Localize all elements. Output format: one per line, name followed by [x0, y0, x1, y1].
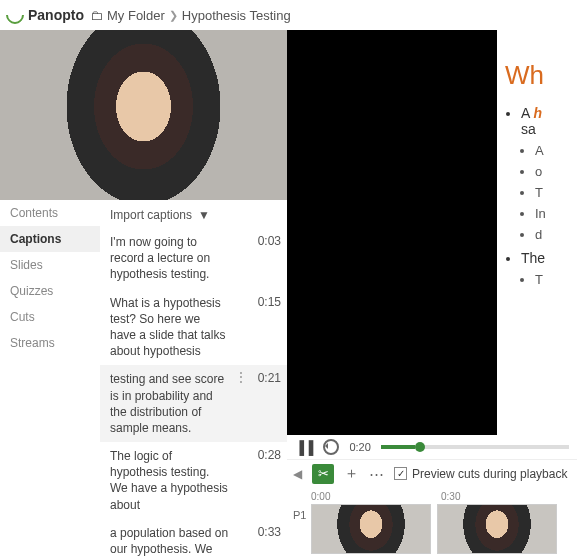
slide-sub-bullet: T [535, 185, 577, 200]
nav-item-quizzes[interactable]: Quizzes [0, 278, 100, 304]
panopto-logo[interactable]: Panopto [6, 6, 84, 24]
slide-sub-bullet: A [535, 143, 577, 158]
nav-item-captions[interactable]: Captions [0, 226, 100, 252]
slide-bullet: A h sa AoTInd [521, 105, 577, 242]
timeline-track-label: P1 [293, 509, 306, 521]
import-captions-dropdown[interactable]: Import captions ▼ [100, 200, 287, 228]
import-captions-label: Import captions [110, 208, 192, 222]
slide-sub-bullet: o [535, 164, 577, 179]
slide-sub-bullet: d [535, 227, 577, 242]
timeline: 0:000:30 P1 [287, 487, 577, 556]
preview-cuts-checkbox[interactable]: ✓ Preview cuts during playback [394, 467, 567, 481]
caption-row[interactable]: I'm now going to record a lecture on hyp… [100, 228, 287, 289]
caption-text[interactable]: I'm now going to record a lecture on hyp… [110, 234, 229, 283]
slide-bullet: The T [521, 250, 577, 287]
caption-list: I'm now going to record a lecture on hyp… [100, 228, 287, 556]
caption-time: 0:15 [251, 295, 281, 309]
caption-text[interactable]: testing and see score is in probability … [110, 371, 229, 436]
timeline-tick: 0:00 [311, 491, 441, 502]
caption-text[interactable]: The logic of hypothesis testing. We have… [110, 448, 229, 513]
panopto-swirl-icon [2, 2, 27, 27]
caption-time: 0:21 [251, 371, 281, 385]
caption-time: 0:33 [251, 525, 281, 539]
edit-toolbar: ◀ ✂ ＋ ⋯ ✓ Preview cuts during playback [287, 459, 577, 487]
add-button[interactable]: ＋ [344, 464, 359, 483]
timeline-tick: 0:30 [441, 491, 571, 502]
nav-item-slides[interactable]: Slides [0, 252, 100, 278]
folder-icon: 🗀 [90, 8, 103, 23]
caption-text[interactable]: What is a hypothesis test? So here we ha… [110, 295, 229, 360]
breadcrumb: 🗀 My Folder ❯ Hypothesis Testing [90, 8, 291, 23]
timeline-thumbnail[interactable] [437, 504, 557, 554]
header-bar: Panopto 🗀 My Folder ❯ Hypothesis Testing [0, 0, 577, 30]
caption-row[interactable]: testing and see score is in probability … [100, 365, 287, 442]
cut-tool-button[interactable]: ✂ [312, 464, 334, 484]
chevron-right-icon: ❯ [169, 9, 178, 22]
prev-edit-button[interactable]: ◀ [293, 467, 302, 481]
slide-sub-bullet: T [535, 272, 577, 287]
presenter-video[interactable] [0, 30, 287, 200]
nav-item-contents[interactable]: Contents [0, 200, 100, 226]
slide-view[interactable]: Wh A h sa AoTInd The T [287, 30, 577, 435]
folder-link[interactable]: My Folder [107, 8, 165, 23]
nav-item-cuts[interactable]: Cuts [0, 304, 100, 330]
caption-time: 0:28 [251, 448, 281, 462]
nav-item-streams[interactable]: Streams [0, 330, 100, 356]
preview-cuts-label: Preview cuts during playback [412, 467, 567, 481]
more-menu-button[interactable]: ⋯ [369, 465, 384, 483]
caption-time: 0:03 [251, 234, 281, 248]
playback-scrubber[interactable] [381, 445, 569, 449]
caret-down-icon: ▼ [198, 208, 210, 222]
left-nav: ContentsCaptionsSlidesQuizzesCutsStreams [0, 200, 100, 556]
caption-text[interactable]: a population based on our hypothesis. We… [110, 525, 229, 556]
checkbox-icon: ✓ [394, 467, 407, 480]
playback-bar: ▐▐ 0:20 [287, 435, 577, 459]
slide-sub-bullet: In [535, 206, 577, 221]
pause-button[interactable]: ▐▐ [295, 440, 313, 455]
timeline-thumbnail[interactable] [311, 504, 431, 554]
caption-row[interactable]: The logic of hypothesis testing. We have… [100, 442, 287, 519]
brand-text: Panopto [28, 7, 84, 23]
rewind-button[interactable] [323, 439, 339, 455]
caption-row[interactable]: What is a hypothesis test? So here we ha… [100, 289, 287, 366]
caption-menu-icon[interactable]: ⋮ [235, 371, 245, 383]
slide-heading: Wh [505, 60, 577, 91]
caption-row[interactable]: a population based on our hypothesis. We… [100, 519, 287, 556]
playback-time: 0:20 [349, 441, 370, 453]
page-title[interactable]: Hypothesis Testing [182, 8, 291, 23]
